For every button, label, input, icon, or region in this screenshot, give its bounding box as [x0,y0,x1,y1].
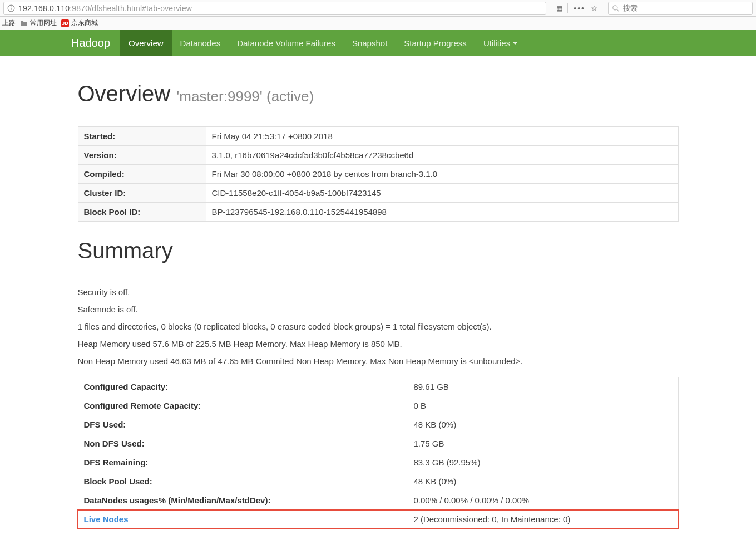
chevron-down-icon [513,42,517,45]
browser-chrome: 192.168.0.110:9870/dfshealth.html#tab-ov… [0,0,756,17]
summary-line: Heap Memory used 57.6 MB of 225.5 MB Hea… [78,338,679,350]
row-val: 0.00% / 0.00% / 0.00% / 0.00% [408,491,678,510]
summary-title: Summary [78,238,679,263]
info-icon [7,4,15,12]
row-val: 1.75 GB [408,434,678,453]
row-val: BP-123796545-192.168.0.110-1525441954898 [206,203,678,222]
table-row: Live Nodes2 (Decommissioned: 0, In Maint… [78,510,678,529]
row-key: Cluster ID: [78,184,206,203]
row-val: 48 KB (0%) [408,415,678,434]
svg-point-3 [613,5,617,9]
table-row: Version:3.1.0, r16b70619a24cdcf5d3b0fcf4… [78,146,678,165]
summary-text: Security is off.Safemode is off.1 files … [78,286,679,367]
bookmarks-bar: 上路 常用网址 JD 京东商城 [0,17,756,30]
search-box[interactable] [608,2,753,15]
summary-line: 1 files and directories, 0 blocks (0 rep… [78,321,679,332]
row-key: Non DFS Used: [78,434,408,453]
svg-line-4 [617,9,619,11]
row-val: 0 B [408,396,678,415]
bookmark-jd[interactable]: JD 京东商城 [61,18,98,28]
divider [78,112,679,112]
divider [78,276,679,276]
nav-datanodes[interactable]: Datanodes [172,30,229,56]
navbar: Hadoop Overview Datanodes Datanode Volum… [0,30,756,56]
table-row: Cluster ID:CID-11558e20-c1ff-4054-b9a5-1… [78,184,678,203]
menu-icon[interactable]: ••• [574,4,585,13]
summary-line: Non Heap Memory used 46.63 MB of 47.65 M… [78,355,679,367]
nav-snapshot[interactable]: Snapshot [344,30,396,56]
table-row: Non DFS Used:1.75 GB [78,434,678,453]
table-row: DFS Remaining:83.3 GB (92.95%) [78,453,678,472]
chrome-buttons: ▦ ••• ☆ [556,3,598,13]
url-path: :9870/dfshealth.html#tab-overview [70,4,192,13]
nav-overview[interactable]: Overview [120,30,172,56]
brand[interactable]: Hadoop [71,30,120,56]
search-input[interactable] [623,4,749,12]
row-key: Block Pool ID: [78,203,206,222]
separator [567,3,568,13]
page-title: Overview 'master:9999' (active) [78,81,679,106]
row-val: 83.3 GB (92.95%) [408,453,678,472]
row-key: DFS Remaining: [78,453,408,472]
table-row: DataNodes usages% (Min/Median/Max/stdDev… [78,491,678,510]
summary-line: Security is off. [78,286,679,298]
row-val: 48 KB (0%) [408,472,678,491]
table-row: Configured Capacity:89.61 GB [78,377,678,396]
table-row: Block Pool Used:48 KB (0%) [78,472,678,491]
search-icon [612,4,620,12]
bookmark-common-sites[interactable]: 常用网址 [20,18,57,28]
table-row: DFS Used:48 KB (0%) [78,415,678,434]
address-text: 192.168.0.110:9870/dfshealth.html#tab-ov… [18,4,192,13]
row-key: Compiled: [78,165,206,184]
live-nodes-link[interactable]: Live Nodes [84,514,129,524]
jd-icon: JD [61,19,69,27]
row-key: Version: [78,146,206,165]
url-host: 192.168.0.110 [18,4,70,13]
row-val: 2 (Decommissioned: 0, In Maintenance: 0) [408,510,678,529]
overview-table: Started:Fri May 04 21:53:17 +0800 2018Ve… [78,126,679,222]
row-key: Block Pool Used: [78,472,408,491]
summary-table: Configured Capacity:89.61 GBConfigured R… [78,377,679,529]
folder-icon [20,19,28,27]
table-row: Block Pool ID:BP-123796545-192.168.0.110… [78,203,678,222]
nav-utilities[interactable]: Utilities [475,30,526,56]
svg-rect-2 [11,6,11,7]
table-row: Compiled:Fri Mar 30 08:00:00 +0800 2018 … [78,165,678,184]
row-key: Started: [78,127,206,146]
main-container: Overview 'master:9999' (active) Started:… [78,81,679,551]
row-val: 89.61 GB [408,377,678,396]
row-val: CID-11558e20-c1ff-4054-b9a5-100bf7423145 [206,184,678,203]
table-row: Configured Remote Capacity:0 B [78,396,678,415]
svg-rect-1 [11,7,11,9]
page-subtitle: 'master:9999' (active) [176,88,314,105]
row-key: DataNodes usages% (Min/Median/Max/stdDev… [78,491,408,510]
row-key: Live Nodes [78,510,408,529]
table-row: Started:Fri May 04 21:53:17 +0800 2018 [78,127,678,146]
row-key: Configured Remote Capacity: [78,396,408,415]
bookmark-star-icon[interactable]: ☆ [591,4,598,13]
row-val: Fri Mar 30 08:00:00 +0800 2018 by centos… [206,165,678,184]
nav-datanode-volume-failures[interactable]: Datanode Volume Failures [229,30,344,56]
nav-startup-progress[interactable]: Startup Progress [396,30,475,56]
row-key: DFS Used: [78,415,408,434]
qr-icon[interactable]: ▦ [556,4,562,12]
summary-line: Safemode is off. [78,303,679,315]
bookmark-truncated[interactable]: 上路 [2,18,16,28]
address-bar[interactable]: 192.168.0.110:9870/dfshealth.html#tab-ov… [3,2,546,15]
row-key: Configured Capacity: [78,377,408,396]
row-val: 3.1.0, r16b70619a24cdcf5d3b0fcf4b58ca772… [206,146,678,165]
row-val: Fri May 04 21:53:17 +0800 2018 [206,127,678,146]
